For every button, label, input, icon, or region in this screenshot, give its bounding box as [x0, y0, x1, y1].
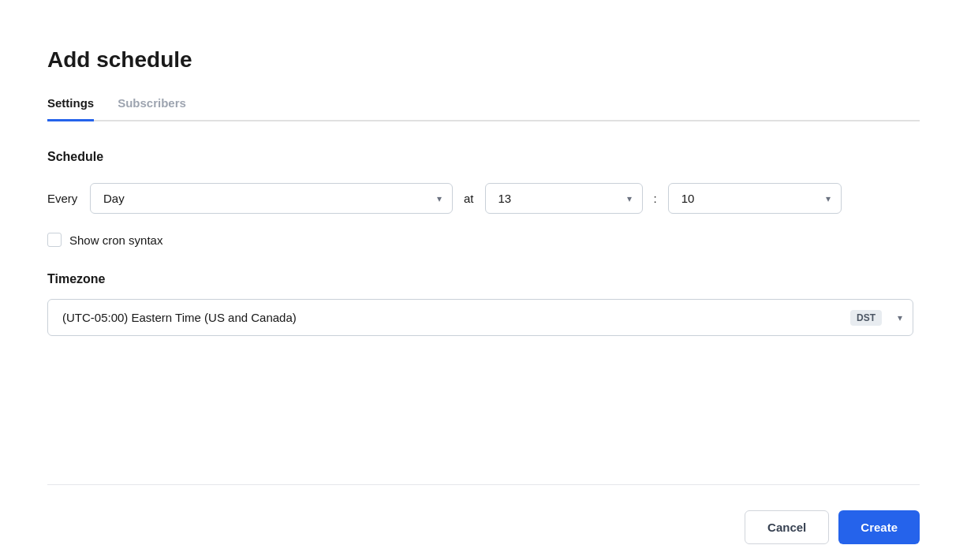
every-label: Every: [47, 192, 79, 205]
minute-select-wrapper: 00051015 20253035 40455055 ▾: [668, 183, 842, 214]
modal-title: Add schedule: [47, 47, 920, 73]
frequency-select-wrapper: Day Hour Week Month ▾: [90, 183, 453, 214]
timezone-section: Timezone (UTC-12:00) International Date …: [47, 272, 913, 336]
footer-divider: [47, 484, 920, 485]
colon-separator: :: [654, 192, 657, 205]
timezone-section-title: Timezone: [47, 272, 913, 286]
schedule-row: Every Day Hour Week Month ▾ at 0123 4567: [47, 183, 913, 214]
frequency-select[interactable]: Day Hour Week Month: [90, 183, 453, 214]
tab-settings[interactable]: Settings: [47, 96, 94, 121]
cron-checkbox[interactable]: [47, 233, 62, 247]
cron-label[interactable]: Show cron syntax: [69, 233, 162, 247]
cron-row: Show cron syntax: [47, 233, 913, 247]
scrollable-content: Schedule Every Day Hour Week Month ▾ at …: [47, 150, 920, 469]
create-button[interactable]: Create: [838, 510, 920, 544]
content-area: Schedule Every Day Hour Week Month ▾ at …: [47, 150, 920, 544]
tab-bar: Settings Subscribers: [47, 96, 920, 121]
at-label: at: [464, 192, 474, 205]
add-schedule-modal: Add schedule Settings Subscribers Schedu…: [16, 16, 951, 560]
tab-subscribers[interactable]: Subscribers: [118, 96, 186, 121]
cancel-button[interactable]: Cancel: [745, 510, 829, 544]
hour-select-wrapper: 0123 4567 891011 12131415 16171819 20212…: [485, 183, 643, 214]
schedule-section-title: Schedule: [47, 150, 913, 164]
timezone-select-wrapper: (UTC-12:00) International Date Line West…: [47, 299, 913, 336]
hour-select[interactable]: 0123 4567 891011 12131415 16171819 20212…: [485, 183, 643, 214]
timezone-select[interactable]: (UTC-12:00) International Date Line West…: [47, 299, 913, 336]
minute-select[interactable]: 00051015 20253035 40455055: [668, 183, 842, 214]
footer: Cancel Create: [47, 504, 920, 544]
